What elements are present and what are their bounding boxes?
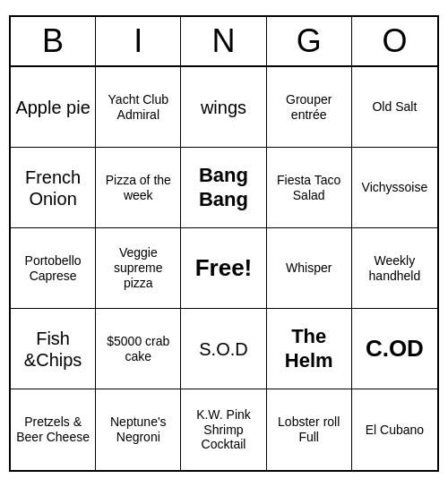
cell-text-11: Veggie supreme pizza	[99, 245, 177, 290]
cell-text-14: Weekly handheld	[356, 253, 434, 284]
bingo-grid: Apple pieYacht Club AdmiralwingsGrouper …	[11, 67, 437, 470]
bingo-cell-9: Vichyssoise	[352, 148, 437, 228]
cell-text-21: Neptune's Negroni	[99, 414, 177, 445]
bingo-cell-2: wings	[181, 67, 266, 148]
cell-text-8: Fiesta Taco Salad	[271, 173, 348, 203]
bingo-cell-6: Pizza of the week	[96, 148, 181, 228]
cell-text-20: Pretzels & Beer Cheese	[14, 414, 91, 445]
cell-text-15: Fish &Chips	[14, 328, 91, 371]
cell-text-22: K.W. Pink Shrimp Cocktail	[185, 407, 262, 452]
header-letter-g: G	[267, 17, 352, 65]
cell-text-0: Apple pie	[15, 97, 90, 118]
cell-text-16: $5000 crab cake	[99, 334, 177, 364]
bingo-cell-11: Veggie supreme pizza	[96, 228, 181, 309]
cell-text-23: Lobster roll Full	[271, 414, 348, 445]
header-letter-b: B	[11, 17, 96, 65]
header-letter-o: O	[352, 17, 437, 65]
bingo-cell-3: Grouper entrée	[267, 67, 352, 148]
cell-text-9: Vichyssoise	[362, 180, 428, 195]
cell-text-17: S.O.D	[199, 338, 247, 360]
cell-text-6: Pizza of the week	[99, 173, 177, 203]
bingo-cell-15: Fish &Chips	[11, 309, 96, 389]
bingo-card: BINGO Apple pieYacht Club AdmiralwingsGr…	[9, 15, 439, 472]
cell-text-19: C.OD	[366, 335, 424, 363]
bingo-cell-20: Pretzels & Beer Cheese	[11, 389, 96, 470]
bingo-cell-1: Yacht Club Admiral	[96, 67, 181, 148]
cell-text-10: Portobello Caprese	[14, 253, 91, 284]
cell-text-24: El Cubano	[366, 423, 424, 438]
cell-text-12: Free!	[195, 254, 253, 282]
bingo-cell-16: $5000 crab cake	[96, 309, 181, 389]
cell-text-13: Whisper	[286, 261, 332, 276]
bingo-cell-8: Fiesta Taco Salad	[267, 148, 352, 228]
header-letter-n: N	[181, 17, 266, 65]
bingo-cell-4: Old Salt	[352, 67, 437, 148]
bingo-cell-24: El Cubano	[352, 389, 437, 470]
bingo-cell-17: S.O.D	[181, 309, 266, 389]
bingo-cell-18: The Helm	[267, 309, 352, 389]
bingo-cell-22: K.W. Pink Shrimp Cocktail	[181, 389, 266, 470]
cell-text-18: The Helm	[271, 325, 348, 372]
bingo-cell-13: Whisper	[267, 228, 352, 309]
bingo-cell-7: Bang Bang	[181, 148, 266, 228]
header-letter-i: I	[96, 17, 181, 65]
bingo-cell-21: Neptune's Negroni	[96, 389, 181, 470]
cell-text-2: wings	[201, 97, 246, 118]
cell-text-1: Yacht Club Admiral	[99, 92, 177, 123]
bingo-cell-23: Lobster roll Full	[267, 389, 352, 470]
bingo-cell-0: Apple pie	[11, 67, 96, 148]
bingo-cell-10: Portobello Caprese	[11, 228, 96, 309]
cell-text-4: Old Salt	[372, 99, 417, 115]
bingo-cell-5: French Onion	[11, 148, 96, 228]
bingo-cell-12: Free!	[181, 228, 266, 309]
bingo-cell-19: C.OD	[352, 309, 437, 389]
cell-text-3: Grouper entrée	[271, 92, 348, 123]
bingo-cell-14: Weekly handheld	[352, 228, 437, 309]
cell-text-7: Bang Bang	[185, 164, 262, 211]
cell-text-5: French Onion	[14, 167, 91, 209]
bingo-header: BINGO	[11, 17, 437, 67]
